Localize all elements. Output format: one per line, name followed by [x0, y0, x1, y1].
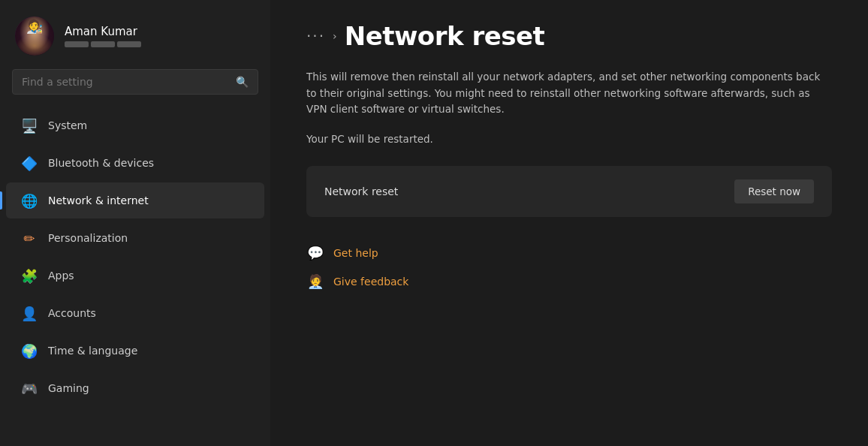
sidebar-item-label-accounts: Accounts [48, 307, 96, 319]
search-box[interactable]: 🔍 [12, 69, 258, 95]
sidebar-item-label-bluetooth: Bluetooth & devices [48, 157, 154, 169]
gaming-icon: 🎮 [21, 380, 38, 396]
nav-list: 🖥️ System 🔷 Bluetooth & devices 🌐 Networ… [0, 104, 270, 410]
email-block-1 [65, 41, 89, 47]
search-input[interactable] [22, 76, 230, 88]
page-title: Network reset [345, 21, 545, 51]
sidebar-item-time[interactable]: 🌍 Time & language [6, 333, 264, 369]
sidebar-item-personalization[interactable]: ✏️ Personalization [6, 220, 264, 256]
sidebar-item-system[interactable]: 🖥️ System [6, 107, 264, 143]
search-icon: 🔍 [236, 76, 249, 88]
breadcrumb-chevron: › [333, 30, 337, 42]
accounts-icon: 👤 [21, 305, 38, 321]
email-block-2 [91, 41, 115, 47]
reset-card: Network reset Reset now [306, 166, 832, 217]
user-info: Aman Kumar [65, 25, 141, 47]
give-feedback-row: 🧑‍💼 Give feedback [306, 273, 832, 291]
user-email-bar [65, 41, 141, 47]
main-content: ··· › Network reset This will remove the… [270, 0, 868, 446]
sidebar-item-gaming[interactable]: 🎮 Gaming [6, 370, 264, 406]
avatar: 🧑‍🎨 [15, 17, 54, 56]
description-text: This will remove then reinstall all your… [306, 69, 832, 118]
sidebar-item-label-gaming: Gaming [48, 382, 89, 394]
sidebar-item-label-network: Network & internet [48, 194, 149, 206]
personalization-icon: ✏️ [21, 230, 38, 246]
sidebar-item-bluetooth[interactable]: 🔷 Bluetooth & devices [6, 145, 264, 181]
avatar-decoration: 🧑‍🎨 [26, 18, 43, 34]
network-icon: 🌐 [21, 192, 38, 209]
sidebar-item-apps[interactable]: 🧩 Apps [6, 258, 264, 294]
give-feedback-icon: 🧑‍💼 [306, 273, 324, 291]
system-icon: 🖥️ [21, 117, 38, 134]
search-section: 🔍 [0, 69, 270, 104]
time-icon: 🌍 [21, 342, 38, 359]
reset-now-button[interactable]: Reset now [734, 179, 814, 203]
sidebar-item-label-personalization: Personalization [48, 232, 128, 244]
restart-notice: Your PC will be restarted. [306, 133, 832, 145]
user-section: 🧑‍🎨 Aman Kumar [0, 0, 270, 69]
breadcrumb-dots: ··· [306, 29, 325, 44]
sidebar-item-label-time: Time & language [48, 345, 137, 357]
sidebar-item-network[interactable]: 🌐 Network & internet [6, 182, 264, 218]
get-help-icon: 💬 [306, 244, 324, 262]
sidebar: 🧑‍🎨 Aman Kumar 🔍 🖥️ System 🔷 Bluetooth [0, 0, 270, 446]
apps-icon: 🧩 [21, 267, 38, 284]
sidebar-item-label-apps: Apps [48, 270, 74, 282]
get-help-link[interactable]: Get help [333, 247, 378, 259]
user-name: Aman Kumar [65, 25, 141, 38]
get-help-row: 💬 Get help [306, 244, 832, 262]
reset-card-label: Network reset [324, 185, 398, 197]
email-block-3 [117, 41, 141, 47]
help-links: 💬 Get help 🧑‍💼 Give feedback [306, 244, 832, 291]
bluetooth-icon: 🔷 [21, 155, 38, 171]
breadcrumb: ··· › Network reset [306, 21, 832, 51]
sidebar-item-label-system: System [48, 119, 87, 131]
sidebar-item-accounts[interactable]: 👤 Accounts [6, 295, 264, 331]
give-feedback-link[interactable]: Give feedback [333, 276, 408, 288]
